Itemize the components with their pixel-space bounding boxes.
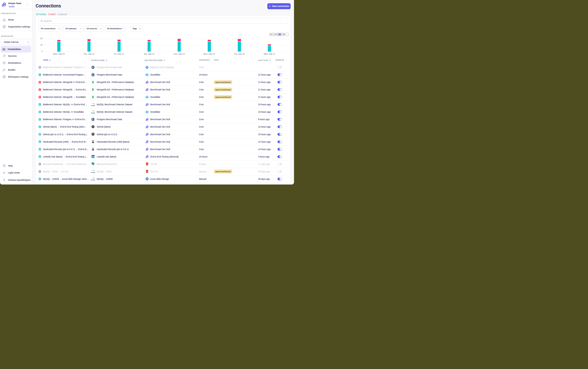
svg-text:S: S	[92, 163, 93, 164]
svg-text:MySQL.: MySQL.	[91, 112, 95, 114]
svg-text:MySQL.: MySQL.	[91, 105, 95, 106]
svg-text:MySQL.: MySQL.	[91, 172, 95, 173]
svg-text:01: 01	[147, 179, 147, 180]
svg-text:MySQL.: MySQL.	[91, 179, 95, 181]
